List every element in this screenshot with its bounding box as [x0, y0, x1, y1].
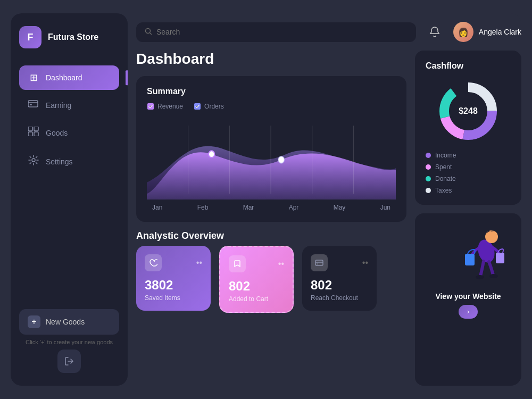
- month-jun: Jun: [380, 204, 390, 211]
- card-header: ••: [145, 254, 202, 271]
- sidebar-item-earning[interactable]: Earning: [19, 93, 119, 117]
- new-goods-hint: Click '+' to create your new goods: [26, 339, 113, 345]
- svg-rect-0: [28, 101, 38, 107]
- svg-rect-29: [496, 253, 504, 263]
- chart-legend: Revenue Orders: [147, 103, 396, 110]
- website-card: View your Website ›: [415, 213, 521, 386]
- donut-wrapper: $248: [436, 79, 500, 143]
- main-content: 👩 Angela Clark Dashboard Summary Revenue: [136, 13, 521, 386]
- added-to-cart-card: •• 802 Added to Cart: [219, 246, 294, 313]
- saved-number: 3802: [145, 278, 202, 293]
- spent-color: [426, 164, 431, 170]
- legend-taxes: Taxes: [426, 187, 511, 194]
- chart-container: [147, 114, 396, 200]
- app-container: F Futura Store ⊞ Dashboard Earning: [11, 13, 521, 386]
- svg-rect-18: [315, 260, 323, 265]
- saved-items-card: •• 3802 Saved Items: [136, 246, 211, 311]
- svg-point-8: [146, 28, 151, 33]
- logout-button[interactable]: [57, 350, 81, 373]
- sidebar-nav: ⊞ Dashboard Earning: [19, 65, 119, 309]
- svg-rect-28: [465, 254, 475, 265]
- cashflow-card: Cashflow: [415, 51, 521, 205]
- svg-rect-4: [34, 127, 38, 131]
- checkout-desc: Reach Checkout: [311, 294, 358, 302]
- card-header: ••: [311, 254, 368, 271]
- svg-point-31: [489, 274, 498, 278]
- legend-spent: Spent: [426, 163, 511, 171]
- card-header: ••: [229, 255, 284, 272]
- sidebar-item-goods[interactable]: Goods: [19, 120, 119, 145]
- cart-desc: Added to Cart: [229, 295, 268, 303]
- svg-point-17: [278, 156, 284, 163]
- notification-button[interactable]: [425, 22, 445, 42]
- analytics-title: Analystic Overview: [136, 230, 406, 242]
- svg-rect-2: [30, 104, 32, 105]
- right-panel: Cashflow: [415, 51, 521, 386]
- bookmark-icon: [229, 255, 246, 272]
- svg-point-30: [476, 275, 484, 279]
- saved-desc: Saved Items: [145, 294, 180, 302]
- goods-icon: [28, 127, 39, 139]
- cashflow-center-value: $248: [459, 106, 478, 116]
- income-color: [426, 153, 431, 158]
- header: 👩 Angela Clark: [136, 13, 521, 42]
- avatar: 👩: [453, 22, 473, 42]
- legend-income: Income: [426, 152, 511, 159]
- month-apr: Apr: [289, 204, 299, 211]
- month-jan: Jan: [152, 204, 162, 211]
- card-menu-saved[interactable]: ••: [196, 258, 202, 268]
- card-menu-checkout[interactable]: ••: [362, 258, 368, 268]
- content-area: Dashboard Summary Revenue Orders: [136, 51, 521, 386]
- chart-labels: Jan Feb Mar Apr May Jun: [147, 204, 396, 211]
- card-payment-icon: [311, 254, 328, 271]
- user-name: Angela Clark: [479, 28, 521, 36]
- svg-point-16: [209, 151, 214, 157]
- month-may: May: [334, 204, 346, 211]
- user-info[interactable]: 👩 Angela Clark: [453, 22, 521, 42]
- sidebar-bottom: + New Goods Click '+' to create your new…: [19, 309, 119, 373]
- sidebar-item-dashboard[interactable]: ⊞ Dashboard: [19, 65, 119, 90]
- sidebar: F Futura Store ⊞ Dashboard Earning: [11, 13, 128, 386]
- analytics-cards: •• 3802 Saved Items: [136, 246, 406, 313]
- legend-donate: Donate: [426, 175, 511, 182]
- heart-icon: [145, 254, 162, 271]
- sidebar-item-settings[interactable]: Settings: [19, 148, 119, 174]
- left-panel: Dashboard Summary Revenue Orders: [136, 51, 406, 386]
- card-menu-cart[interactable]: ••: [278, 259, 284, 269]
- new-goods-button[interactable]: + New Goods: [19, 309, 119, 335]
- donate-color: [426, 176, 431, 181]
- svg-point-27: [485, 230, 498, 243]
- svg-point-7: [32, 159, 35, 162]
- svg-rect-5: [28, 132, 32, 136]
- search-input[interactable]: [156, 28, 408, 36]
- settings-icon: [28, 155, 39, 168]
- website-title: View your Website: [435, 292, 501, 301]
- legend-revenue: Revenue: [147, 103, 183, 110]
- sidebar-item-label: Goods: [46, 129, 68, 137]
- cashflow-legend: Income Spent Donate Taxes: [426, 152, 511, 194]
- search-icon: [145, 28, 152, 37]
- sidebar-item-label: Earning: [46, 101, 71, 110]
- svg-rect-3: [28, 127, 32, 131]
- search-bar: [136, 22, 416, 42]
- svg-rect-6: [34, 132, 38, 136]
- earning-icon: [28, 99, 39, 111]
- view-website-button[interactable]: ›: [459, 305, 478, 319]
- donut-chart: $248: [426, 79, 511, 143]
- logo-icon: F: [19, 26, 41, 48]
- month-feb: Feb: [197, 204, 209, 211]
- analytics-overview: Analystic Overview ••: [136, 230, 406, 313]
- sidebar-logo: F Futura Store: [19, 26, 119, 48]
- svg-rect-20: [317, 264, 318, 265]
- summary-title: Summary: [147, 87, 396, 96]
- sidebar-item-label: Dashboard: [46, 73, 82, 82]
- logo-name: Futura Store: [48, 32, 98, 42]
- legend-orders: Orders: [194, 103, 224, 110]
- taxes-color: [426, 188, 431, 193]
- month-mar: Mar: [243, 204, 254, 211]
- cart-number: 802: [229, 279, 284, 294]
- cashflow-title: Cashflow: [426, 61, 511, 71]
- plus-icon: +: [28, 315, 40, 328]
- dashboard-icon: ⊞: [28, 72, 39, 84]
- page-title: Dashboard: [136, 51, 406, 68]
